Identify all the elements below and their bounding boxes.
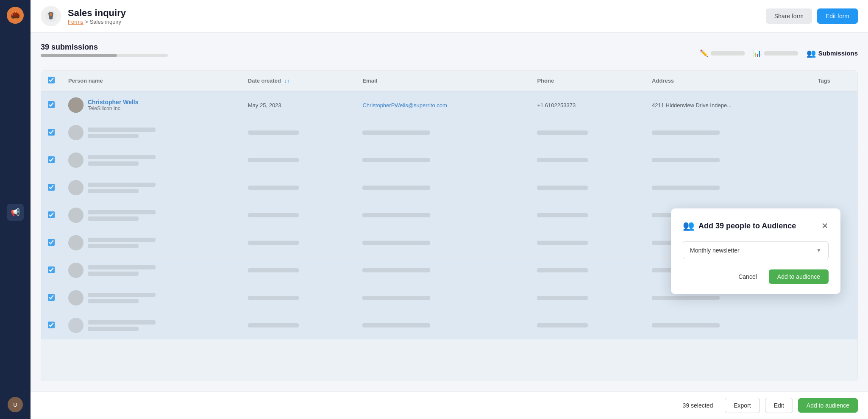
toolbar-placeholder-bar bbox=[711, 51, 745, 55]
placeholder-email bbox=[362, 130, 430, 135]
modal-title-row: 👥 Add 39 people to Audience bbox=[683, 220, 796, 231]
placeholder-email bbox=[362, 323, 430, 327]
placeholder-company bbox=[88, 272, 139, 276]
row-checkbox[interactable] bbox=[48, 129, 55, 136]
placeholder-email bbox=[362, 241, 430, 245]
row-person-cell bbox=[61, 229, 241, 257]
row-checkbox[interactable] bbox=[48, 322, 55, 328]
breadcrumb-separator: > bbox=[85, 19, 88, 25]
placeholder-company bbox=[88, 189, 139, 193]
page-header: Sales inquiry Forms > Sales inquiry Shar… bbox=[31, 0, 868, 33]
placeholder-company bbox=[88, 299, 139, 303]
column-person-name: Person name bbox=[61, 71, 241, 91]
breadcrumb-forms-link[interactable]: Forms bbox=[68, 19, 83, 25]
placeholder-address bbox=[652, 158, 720, 162]
placeholder-phone bbox=[537, 158, 588, 162]
placeholder-email bbox=[362, 268, 430, 272]
row-checkbox-cell bbox=[41, 91, 61, 119]
placeholder-company bbox=[88, 244, 139, 248]
row-person-cell bbox=[61, 312, 241, 339]
sidebar-megaphone-icon[interactable]: 📢 bbox=[7, 204, 24, 221]
person-company: TeleSilicon Inc. bbox=[88, 105, 139, 111]
placeholder-phone bbox=[537, 130, 588, 135]
edit-icon-button[interactable]: ✏️ bbox=[700, 49, 745, 57]
form-icon bbox=[41, 6, 61, 26]
placeholder-name bbox=[88, 265, 156, 269]
chart-icon-button[interactable]: 📊 bbox=[753, 49, 798, 57]
row-checkbox[interactable] bbox=[48, 156, 55, 163]
edit-form-button[interactable]: Edit form bbox=[817, 8, 858, 24]
sidebar: 🌰 📢 U bbox=[0, 0, 31, 419]
placeholder-email bbox=[362, 296, 430, 300]
sort-icon[interactable]: ↓↑ bbox=[284, 78, 289, 84]
placeholder-company bbox=[88, 216, 139, 221]
modal-people-icon: 👥 bbox=[683, 220, 694, 231]
row-email[interactable]: ChristopherPWells@superrito.com bbox=[362, 102, 447, 108]
row-checkbox[interactable] bbox=[48, 239, 55, 246]
export-button[interactable]: Export bbox=[725, 398, 760, 413]
placeholder-date bbox=[248, 186, 299, 190]
svg-point-3 bbox=[50, 13, 52, 16]
progress-bar-fill bbox=[41, 54, 117, 57]
row-person-cell bbox=[61, 147, 241, 174]
placeholder-name bbox=[88, 155, 156, 159]
person-avatar bbox=[68, 97, 83, 113]
placeholder-date bbox=[248, 130, 299, 135]
submissions-tab[interactable]: 👥 Submissions bbox=[807, 49, 858, 58]
header-left: Sales inquiry Forms > Sales inquiry bbox=[41, 6, 126, 26]
row-person-cell bbox=[61, 174, 241, 202]
avatar-placeholder bbox=[68, 290, 83, 305]
row-checkbox[interactable] bbox=[48, 294, 55, 301]
avatar-placeholder bbox=[68, 153, 83, 168]
modal-header: 👥 Add 39 people to Audience ✕ bbox=[683, 220, 829, 231]
modal-close-button[interactable]: ✕ bbox=[821, 222, 829, 230]
svg-text:🌰: 🌰 bbox=[11, 11, 20, 20]
select-all-checkbox[interactable] bbox=[48, 77, 55, 83]
row-checkbox[interactable] bbox=[48, 184, 55, 191]
placeholder-date bbox=[248, 323, 299, 327]
table-row bbox=[41, 119, 857, 147]
modal-confirm-button[interactable]: Add to audience bbox=[769, 269, 829, 284]
edit-button[interactable]: Edit bbox=[765, 398, 793, 413]
placeholder-name bbox=[88, 128, 156, 132]
people-icon: 👥 bbox=[807, 49, 816, 58]
column-address: Address bbox=[645, 71, 811, 91]
placeholder-email bbox=[362, 213, 430, 217]
submissions-bar: 39 submissions ✏️ 📊 👥 Su bbox=[41, 43, 858, 64]
audience-select-value: Monthly newsletter bbox=[690, 247, 740, 254]
breadcrumb-current: Sales inquiry bbox=[90, 19, 121, 25]
row-checkbox[interactable] bbox=[48, 211, 55, 218]
placeholder-phone bbox=[537, 186, 588, 190]
chart-icon: 📊 bbox=[753, 49, 762, 57]
row-checkbox[interactable] bbox=[48, 266, 55, 273]
selected-count: 39 selected bbox=[683, 402, 713, 409]
modal-actions: Cancel Add to audience bbox=[683, 269, 829, 284]
placeholder-name bbox=[88, 183, 156, 187]
table-row: Christopher Wells TeleSilicon Inc. May 2… bbox=[41, 91, 857, 119]
add-to-audience-button[interactable]: Add to audience bbox=[798, 398, 858, 413]
person-name[interactable]: Christopher Wells bbox=[88, 99, 139, 105]
row-tags-cell bbox=[811, 91, 857, 119]
modal-cancel-button[interactable]: Cancel bbox=[732, 269, 764, 284]
row-person-cell bbox=[61, 202, 241, 229]
sidebar-user-avatar[interactable]: U bbox=[8, 397, 23, 412]
share-form-button[interactable]: Share form bbox=[766, 8, 812, 24]
row-person-cell bbox=[61, 257, 241, 284]
progress-bar-background bbox=[41, 54, 168, 57]
chevron-down-icon: ▼ bbox=[816, 247, 821, 253]
placeholder-date bbox=[248, 213, 299, 217]
avatar-placeholder bbox=[68, 318, 83, 333]
placeholder-company bbox=[88, 327, 139, 331]
audience-select[interactable]: Monthly newsletter ▼ bbox=[683, 241, 829, 259]
table-row bbox=[41, 174, 857, 202]
avatar-placeholder bbox=[68, 180, 83, 195]
placeholder-name bbox=[88, 293, 156, 297]
submissions-toolbar-right: ✏️ 📊 👥 Submissions bbox=[700, 49, 858, 58]
placeholder-company bbox=[88, 134, 139, 138]
avatar-placeholder bbox=[68, 235, 83, 250]
table-row bbox=[41, 312, 857, 339]
submissions-table: Person name Date created ↓↑ Email Phone bbox=[41, 71, 857, 339]
sidebar-logo-icon[interactable]: 🌰 bbox=[7, 7, 24, 24]
modal-title: Add 39 people to Audience bbox=[698, 222, 796, 230]
row-checkbox[interactable] bbox=[48, 101, 55, 108]
